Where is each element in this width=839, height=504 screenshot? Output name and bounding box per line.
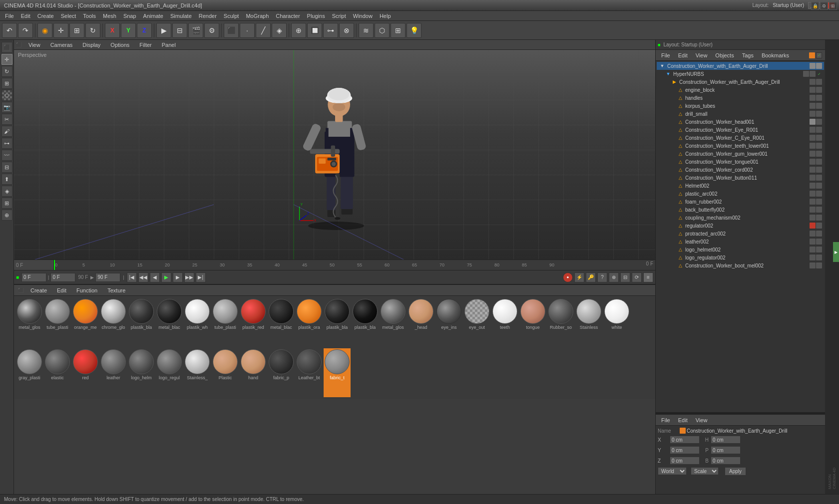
obj-row-cw-cord[interactable]: △ Construction_Worker_cord002 <box>657 166 824 174</box>
z-axis-button[interactable]: Z <box>137 23 152 38</box>
bevel-button[interactable]: ◈ <box>1 186 12 197</box>
timeline-view-button[interactable]: ≡ <box>643 272 653 282</box>
obj-row-foam[interactable]: △ foam_rubber002 <box>657 198 824 206</box>
right-expand-tab[interactable]: ▶ <box>833 242 839 262</box>
viewport-menu-view[interactable]: View <box>25 41 43 49</box>
start-frame-input[interactable] <box>50 273 75 282</box>
light-button[interactable]: 💡 <box>407 23 421 38</box>
object-tool-button[interactable]: ⬛ <box>1 42 12 53</box>
record-button[interactable]: ● <box>563 272 573 282</box>
move-tool-button[interactable]: ✛ <box>1 54 12 65</box>
redo-button[interactable]: ↷ <box>18 23 33 38</box>
material-teeth[interactable]: teeth <box>491 298 518 347</box>
object-mode-button[interactable]: ⬛ <box>224 23 239 38</box>
mirror-button[interactable]: ⊞ <box>391 23 406 38</box>
obj-row-handles[interactable]: △ handles <box>657 94 824 102</box>
obj-row-engine[interactable]: △ engine_block <box>657 86 824 94</box>
obj-row-protracted[interactable]: △ protracted_arc002 <box>657 230 824 238</box>
attr-b-input[interactable] <box>711 457 741 465</box>
menu-character[interactable]: Character <box>273 12 303 20</box>
viewport-maximize-button[interactable]: ⊞ <box>829 2 837 10</box>
viewport-settings-button[interactable]: ⚙ <box>820 2 828 10</box>
obj-row-main-mesh[interactable]: ▶ Construction_Worker_with_Earth_Auger_D… <box>657 78 824 86</box>
obj-row-coupling[interactable]: △ coupling_mechanism002 <box>657 214 824 222</box>
menu-animate[interactable]: Animate <box>140 12 166 20</box>
viewport-menu-display[interactable]: Display <box>79 41 103 49</box>
materials-menu-texture[interactable]: Texture <box>104 286 128 294</box>
viewport-canvas[interactable]: Perspective <box>14 50 655 259</box>
material-stainless2[interactable]: Stainless_ <box>184 348 211 398</box>
obj-row-logo-regulator[interactable]: △ logo_regulator002 <box>657 253 824 261</box>
bridge-button[interactable]: ⊞ <box>1 198 12 209</box>
obj-row-korpus[interactable]: △ korpus_tubes <box>657 102 824 110</box>
coord-system-dropdown[interactable]: World Local Screen <box>658 467 687 475</box>
material-tube-plasti2[interactable]: tube_plasti <box>212 298 239 347</box>
obj-row-regulator[interactable]: △ regulator002 <box>657 222 824 230</box>
obj-menu-tags[interactable]: Tags <box>740 51 756 59</box>
transform-mode-dropdown[interactable]: Scale Move Rotate <box>691 467 719 475</box>
menu-render[interactable]: Render <box>196 12 220 20</box>
obj-row-hypernurbs[interactable]: ▼ HyperNURBS ✓ <box>657 70 824 78</box>
attr-x-pos-input[interactable] <box>670 436 700 444</box>
material-gray-plasti[interactable]: gray_plasti <box>16 348 43 398</box>
obj-row-cw-teeth[interactable]: △ Construction_Worker_teeth_lower001 <box>657 142 824 150</box>
material-red[interactable]: red <box>72 348 99 398</box>
menu-edit[interactable]: Edit <box>18 12 33 20</box>
material-fabric-p[interactable]: fabric_p <box>268 348 295 398</box>
attr-menu-file[interactable]: File <box>659 416 673 424</box>
material-eye-out[interactable]: eye_out <box>463 298 490 347</box>
menu-window[interactable]: Window <box>350 12 376 20</box>
obj-row-cw-c-eye[interactable]: △ Construction_Worker_C_Eye_R001 <box>657 134 824 142</box>
obj-menu-bookmarks[interactable]: Bookmarks <box>759 51 792 59</box>
material-logo-regul[interactable]: logo_regul <box>156 348 183 398</box>
y-axis-button[interactable]: Y <box>121 23 136 38</box>
go-to-end-button[interactable]: ▶| <box>196 272 206 282</box>
viewport-menu-cameras[interactable]: Cameras <box>47 41 76 49</box>
move-button[interactable]: ✛ <box>53 23 68 38</box>
prev-frame-button[interactable]: ◀◀ <box>138 272 148 282</box>
material-plastic[interactable]: Plastic <box>212 348 239 398</box>
menu-create[interactable]: Create <box>34 12 57 20</box>
viewport-menu-filter[interactable]: Filter <box>136 41 154 49</box>
play-button[interactable]: ▶ <box>161 272 171 282</box>
render-region-button[interactable]: ⊟ <box>172 23 187 38</box>
move-keys-button[interactable]: ⊕ <box>609 272 619 282</box>
menu-mograph[interactable]: MoGraph <box>243 12 272 20</box>
material-head[interactable]: _head <box>408 298 434 347</box>
select-all-button[interactable]: ⊕ <box>291 23 306 38</box>
apply-button[interactable]: Apply <box>725 467 746 476</box>
menu-help[interactable]: Help <box>377 12 394 20</box>
material-plastik-ora[interactable]: plastik_ora <box>296 298 323 347</box>
subdivide-button[interactable]: ⊟ <box>1 162 12 173</box>
viewport-menu-options[interactable]: Options <box>107 41 132 49</box>
material-metal-blac2[interactable]: metal_blac <box>268 298 295 347</box>
snap-button[interactable]: 🔲 <box>307 23 322 38</box>
obj-row-cw-gum[interactable]: △ Construction_Worker_gum_lower001 <box>657 150 824 158</box>
material-fabric-t[interactable]: fabric_t <box>324 348 351 398</box>
texture-button[interactable]: ⬡ <box>375 23 390 38</box>
menu-simulate[interactable]: Simulate <box>167 12 195 20</box>
material-plastik-red[interactable]: plastik_red <box>240 298 267 347</box>
obj-menu-view[interactable]: View <box>693 51 710 59</box>
knife-button[interactable]: ✂ <box>1 114 12 125</box>
spline-button[interactable]: 〰 <box>1 150 12 161</box>
material-metal-blac[interactable]: metal_blac <box>156 298 183 347</box>
material-eye-ins[interactable]: eye_ins <box>435 298 462 347</box>
obj-menu-objects[interactable]: Objects <box>713 51 736 59</box>
material-rubber-so[interactable]: Rubber_so <box>547 298 574 347</box>
obj-row-leather[interactable]: △ leather002 <box>657 238 824 246</box>
obj-row-plastic-arc[interactable]: △ plastic_arc002 <box>657 190 824 198</box>
live-selection-button[interactable]: ◉ <box>37 23 52 38</box>
undo-button[interactable]: ↶ <box>2 23 17 38</box>
material-plastik-bla3[interactable]: plastik_bla <box>352 298 379 347</box>
material-hand[interactable]: hand <box>240 348 267 398</box>
obj-row-cw-boot[interactable]: △ Construction_Worker_boot_mel002 <box>657 261 824 269</box>
obj-check-button[interactable]: ✓ <box>816 52 822 58</box>
viewport-menu-panel[interactable]: Panel <box>159 41 179 49</box>
edge-mode-button[interactable]: ╱ <box>256 23 271 38</box>
rotate-tool-button[interactable]: ↻ <box>1 66 12 77</box>
material-elastic[interactable]: elastic <box>44 348 71 398</box>
menu-sculpt[interactable]: Sculpt <box>221 12 242 20</box>
menu-snap[interactable]: Snap <box>120 12 139 20</box>
scale-keys-button[interactable]: ⊟ <box>620 272 630 282</box>
